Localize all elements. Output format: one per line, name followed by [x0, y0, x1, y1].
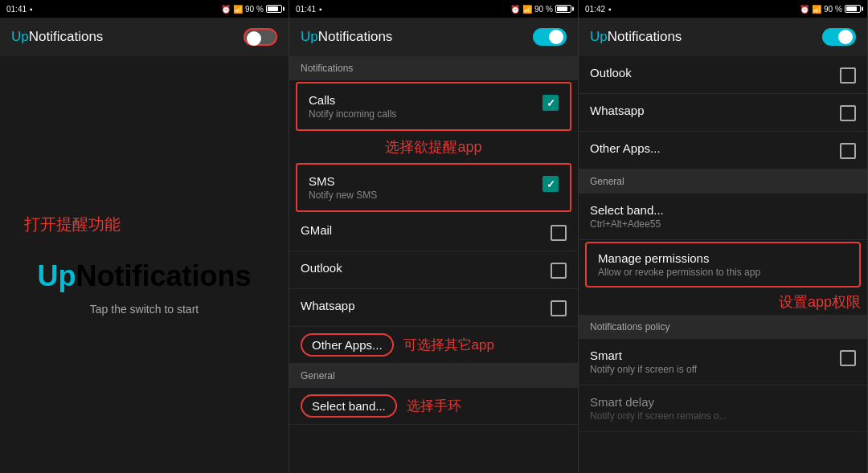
manage-perms-title: Manage permissions: [598, 251, 848, 265]
smart-title: Smart: [590, 349, 697, 362]
toggle-switch-2[interactable]: [533, 28, 567, 46]
notif-policy-section: Notifications policy: [579, 315, 867, 339]
battery-icon-2: [555, 5, 571, 13]
toggle-knob-3: [838, 30, 853, 44]
tap-text: Tap the switch to start: [90, 303, 199, 316]
gmail-checkbox[interactable]: [551, 225, 567, 241]
sim-icon: ▪: [30, 5, 33, 14]
annotation-band: 选择手环: [407, 397, 461, 415]
other-apps-title-3: Other Apps...: [590, 141, 661, 155]
outlook-checkbox-3[interactable]: [840, 67, 856, 84]
outlook-title: Outlook: [301, 261, 342, 275]
wifi-icon-3: 📶: [812, 5, 821, 14]
time-3: 01:42: [585, 5, 605, 14]
annotation-select: 选择欲提醒app: [289, 133, 578, 161]
app-bar-2: UpNotifications: [289, 18, 578, 56]
smart-delay-sub: Notify only if screen remains o...: [590, 410, 727, 422]
toggle-knob-2: [549, 30, 563, 44]
alarm-icon-2: ⏰: [510, 5, 520, 14]
gmail-title: GMail: [301, 223, 332, 237]
sms-title: SMS: [309, 174, 377, 188]
whatsapp-checkbox[interactable]: [551, 300, 567, 316]
calls-checkbox[interactable]: [542, 95, 559, 111]
section-notifications: Notifications: [289, 56, 578, 80]
panel1-content: 打开提醒功能 UpNotifications Tap the switch to…: [0, 56, 289, 473]
other-apps-checkbox-3[interactable]: [840, 143, 856, 159]
smart-delay-title: Smart delay: [590, 395, 727, 409]
smart-delay-item: Smart delay Notify only if screen remain…: [579, 385, 867, 432]
gmail-text: GMail: [301, 223, 332, 237]
time-1: 01:41: [6, 5, 27, 14]
smart-text: Smart Notify only if screen is off: [590, 349, 697, 375]
battery-icon-3: [845, 5, 861, 13]
app-title-2: UpNotifications: [301, 29, 392, 45]
sim-icon-2: ▪: [319, 5, 322, 14]
outlook-item[interactable]: Outlook: [289, 251, 578, 289]
whatsapp-item-3[interactable]: Whatsapp: [579, 94, 867, 132]
panel-1: 01:41 ▪ ⏰ 📶 90% UpNotifications 打开提醒功能 U…: [0, 0, 289, 473]
wifi-icon-2: 📶: [522, 5, 532, 14]
outlook-text-3: Outlook: [590, 66, 632, 80]
sms-subtitle: Notify new SMS: [309, 190, 377, 201]
annotation-permissions: 设置app权限: [579, 289, 867, 315]
section-general-2: General: [289, 364, 578, 388]
other-apps-text-3: Other Apps...: [590, 141, 661, 155]
whatsapp-title-3: Whatsapp: [590, 104, 645, 117]
toggle-switch-3[interactable]: [822, 28, 856, 46]
outlook-text: Outlook: [301, 261, 342, 275]
select-band-button[interactable]: Select band...: [301, 394, 397, 418]
sms-item[interactable]: SMS Notify new SMS: [296, 163, 571, 212]
battery-icon-1: [266, 5, 282, 13]
smart-item[interactable]: Smart Notify only if screen is off: [579, 339, 867, 385]
battery-label-2: 90: [534, 5, 543, 14]
select-band-row: Select band... 选择手环: [289, 388, 578, 425]
manage-permissions-box[interactable]: Manage permissions Allow or revoke permi…: [585, 242, 861, 287]
sms-checkbox[interactable]: [542, 176, 559, 192]
app-title-3: UpNotifications: [590, 29, 682, 45]
other-apps-item-3[interactable]: Other Apps...: [579, 132, 867, 169]
sms-text: SMS Notify new SMS: [309, 174, 377, 201]
select-band-sub-3: Ctrl+Alt+Adee55: [590, 218, 664, 230]
app-title-1: UpNotifications: [11, 29, 103, 45]
wifi-icon: 📶: [233, 5, 243, 14]
whatsapp-checkbox-3[interactable]: [840, 105, 856, 121]
whatsapp-text-3: Whatsapp: [590, 104, 645, 117]
battery-label-3: 90: [824, 5, 833, 14]
big-logo: UpNotifications: [37, 259, 251, 293]
gmail-item[interactable]: GMail: [289, 214, 578, 251]
smart-delay-text: Smart delay Notify only if screen remain…: [590, 395, 727, 422]
panel-3: 01:42 ▪ ⏰ 📶 90% UpNotifications Outlook …: [579, 0, 868, 473]
select-band-item-3[interactable]: Select band... Ctrl+Alt+Adee55: [579, 194, 867, 240]
panel-2: 01:41 ▪ ⏰ 📶 90% UpNotifications Notifica…: [289, 0, 579, 473]
sim-icon-3: ▪: [608, 5, 612, 14]
status-bar-3: 01:42 ▪ ⏰ 📶 90%: [579, 0, 867, 18]
status-bar-1: 01:41 ▪ ⏰ 📶 90%: [0, 0, 289, 18]
select-band-text-3: Select band... Ctrl+Alt+Adee55: [590, 203, 664, 230]
calls-title: Calls: [309, 93, 396, 107]
status-bar-2: 01:41 ▪ ⏰ 📶 90%: [289, 0, 578, 18]
toggle-knob-1: [247, 31, 261, 46]
app-bar-1: UpNotifications: [0, 18, 289, 56]
calls-item[interactable]: Calls Notify incoming calls: [296, 82, 571, 131]
select-band-title-3: Select band...: [590, 203, 664, 217]
alarm-icon: ⏰: [221, 5, 231, 14]
outlook-title-3: Outlook: [590, 66, 632, 80]
smart-sub: Notify only if screen is off: [590, 364, 697, 375]
calls-text: Calls Notify incoming calls: [309, 93, 396, 120]
section-general-3: General: [579, 169, 867, 194]
annotation-other: 可选择其它app: [403, 336, 494, 354]
outlook-item-3[interactable]: Outlook: [579, 56, 867, 94]
manage-perms-sub: Allow or revoke permission to this app: [598, 267, 848, 278]
toggle-switch-1[interactable]: [244, 28, 277, 46]
other-apps-row: Other Apps... 可选择其它app: [289, 327, 578, 364]
whatsapp-text: Whatsapp: [301, 299, 355, 312]
other-apps-button[interactable]: Other Apps...: [301, 333, 394, 357]
time-2: 01:41: [296, 5, 316, 14]
alarm-icon-3: ⏰: [800, 5, 809, 14]
battery-label-1: 90: [245, 5, 254, 14]
app-bar-3: UpNotifications: [579, 18, 867, 56]
smart-checkbox[interactable]: [840, 350, 856, 366]
whatsapp-item[interactable]: Whatsapp: [289, 289, 578, 327]
calls-subtitle: Notify incoming calls: [309, 108, 396, 120]
outlook-checkbox[interactable]: [551, 263, 567, 279]
